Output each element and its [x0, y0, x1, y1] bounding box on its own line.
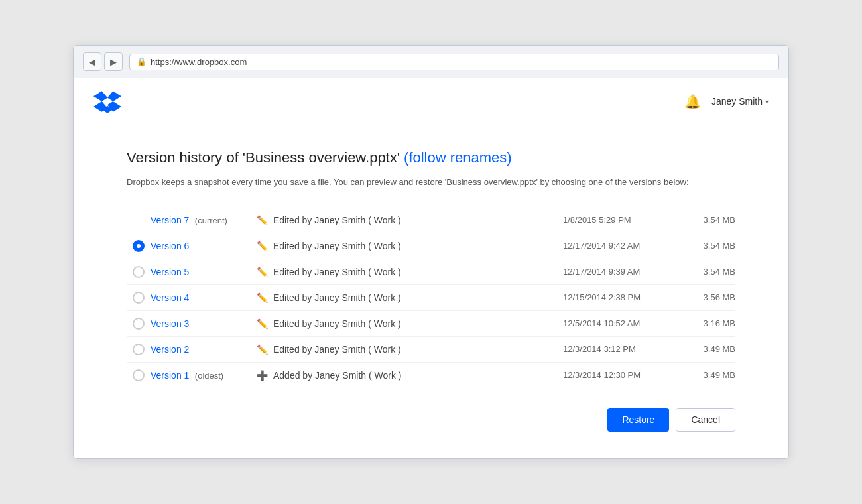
title-static: Version history of 'Business overview.pp…: [127, 149, 400, 166]
table-row: Version 3 ✏️ Edited by Janey Smith ( Wor…: [127, 311, 735, 337]
browser-window: ◀ ▶ 🔒 🔔 Janey Smith ▾ Version history of…: [73, 45, 789, 459]
version-date-col: 1/8/2015 5:29 PM: [563, 215, 682, 225]
lock-icon: 🔒: [137, 57, 147, 66]
page-title: Version history of 'Business overview.pp…: [127, 149, 735, 166]
forward-button[interactable]: ▶: [104, 52, 123, 71]
browser-toolbar: ◀ ▶ 🔒: [74, 46, 788, 78]
version-radio-col: [127, 369, 151, 381]
radio-button[interactable]: [133, 240, 145, 252]
edit-icon: ✏️: [257, 215, 268, 225]
version-edit-col: ✏️ Edited by Janey Smith ( Work ): [257, 318, 563, 329]
version-name-col: Version 5: [151, 266, 257, 278]
description-text: Dropbox keeps a snapshot every time you …: [127, 176, 735, 189]
version-date-col: 12/17/2014 9:39 AM: [563, 267, 682, 277]
version-size-col: 3.54 MB: [682, 267, 735, 277]
version-size-col: 3.54 MB: [682, 241, 735, 251]
follow-renames-link[interactable]: (follow renames): [404, 149, 512, 166]
version-size-col: 3.16 MB: [682, 318, 735, 328]
version-size-col: 3.56 MB: [682, 292, 735, 302]
edit-icon: ✏️: [257, 344, 268, 355]
version-link[interactable]: Version 3: [151, 318, 189, 329]
edit-icon: ✏️: [257, 267, 268, 277]
version-radio-col: [127, 318, 151, 330]
edit-text: Edited by Janey Smith ( Work ): [273, 241, 401, 251]
version-name-col: Version 7 (current): [151, 214, 257, 226]
version-date-col: 12/3/2014 12:30 PM: [563, 370, 682, 380]
table-row: Version 1 (oldest) ➕ Added by Janey Smit…: [127, 363, 735, 388]
version-name-col: Version 3: [151, 318, 257, 330]
radio-button[interactable]: [133, 344, 145, 355]
notification-bell-icon[interactable]: 🔔: [684, 94, 701, 109]
footer-actions: Restore Cancel: [127, 388, 735, 432]
version-tag: (current): [195, 216, 227, 225]
radio-button[interactable]: [133, 292, 145, 304]
user-menu[interactable]: Janey Smith ▾: [711, 96, 769, 107]
version-edit-col: ✏️ Edited by Janey Smith ( Work ): [257, 241, 563, 251]
version-link[interactable]: Version 6: [151, 241, 189, 251]
edit-text: Edited by Janey Smith ( Work ): [273, 267, 401, 277]
app-header: 🔔 Janey Smith ▾: [74, 78, 788, 125]
table-row: Version 7 (current) ✏️ Edited by Janey S…: [127, 208, 735, 233]
version-name-col: Version 2: [151, 344, 257, 355]
version-edit-col: ➕ Added by Janey Smith ( Work ): [257, 370, 563, 381]
version-list: Version 7 (current) ✏️ Edited by Janey S…: [127, 208, 735, 388]
user-name-label: Janey Smith: [711, 96, 763, 107]
version-name-col: Version 1 (oldest): [151, 369, 257, 381]
version-link[interactable]: Version 2: [151, 344, 189, 355]
version-date-col: 12/17/2014 9:42 AM: [563, 241, 682, 251]
edit-text: Edited by Janey Smith ( Work ): [273, 318, 401, 329]
version-link[interactable]: Version 4: [151, 292, 189, 303]
radio-button[interactable]: [133, 318, 145, 330]
version-link[interactable]: Version 1: [151, 370, 189, 381]
version-size-col: 3.49 MB: [682, 370, 735, 380]
restore-button[interactable]: Restore: [607, 408, 669, 432]
version-tag: (oldest): [195, 371, 223, 381]
edit-icon: ✏️: [257, 318, 268, 329]
edit-text: Added by Janey Smith ( Work ): [273, 370, 401, 381]
version-size-col: 3.54 MB: [682, 215, 735, 225]
dropbox-logo[interactable]: [93, 88, 121, 115]
header-right: 🔔 Janey Smith ▾: [684, 94, 769, 109]
chevron-down-icon: ▾: [765, 98, 769, 105]
version-name-col: Version 6: [151, 240, 257, 252]
version-edit-col: ✏️ Edited by Janey Smith ( Work ): [257, 267, 563, 277]
version-edit-col: ✏️ Edited by Janey Smith ( Work ): [257, 292, 563, 303]
edit-icon: ✏️: [257, 241, 268, 251]
table-row: Version 5 ✏️ Edited by Janey Smith ( Wor…: [127, 259, 735, 285]
version-date-col: 12/15/2014 2:38 PM: [563, 292, 682, 302]
table-row: Version 4 ✏️ Edited by Janey Smith ( Wor…: [127, 285, 735, 311]
edit-text: Edited by Janey Smith ( Work ): [273, 215, 401, 225]
version-radio-col: [127, 266, 151, 278]
version-edit-col: ✏️ Edited by Janey Smith ( Work ): [257, 344, 563, 355]
url-input[interactable]: [151, 57, 772, 67]
cancel-button[interactable]: Cancel: [676, 408, 735, 432]
back-button[interactable]: ◀: [83, 52, 101, 71]
version-date-col: 12/3/2014 3:12 PM: [563, 344, 682, 354]
version-radio-col: [127, 344, 151, 355]
version-size-col: 3.49 MB: [682, 344, 735, 354]
main-content: Version history of 'Business overview.pp…: [74, 125, 788, 458]
version-radio-col: [127, 292, 151, 304]
add-icon: ➕: [257, 370, 268, 381]
edit-icon: ✏️: [257, 292, 268, 303]
edit-text: Edited by Janey Smith ( Work ): [273, 292, 401, 303]
radio-button[interactable]: [133, 369, 145, 381]
version-name-col: Version 4: [151, 292, 257, 304]
table-row: Version 2 ✏️ Edited by Janey Smith ( Wor…: [127, 337, 735, 363]
version-radio-col: [127, 240, 151, 252]
version-date-col: 12/5/2014 10:52 AM: [563, 318, 682, 328]
version-link[interactable]: Version 5: [151, 267, 189, 277]
address-bar[interactable]: 🔒: [129, 54, 779, 70]
browser-nav: ◀ ▶: [83, 52, 123, 71]
version-link[interactable]: Version 7: [151, 215, 189, 225]
table-row: Version 6 ✏️ Edited by Janey Smith ( Wor…: [127, 233, 735, 259]
radio-button[interactable]: [133, 266, 145, 278]
version-edit-col: ✏️ Edited by Janey Smith ( Work ): [257, 215, 563, 225]
edit-text: Edited by Janey Smith ( Work ): [273, 344, 401, 355]
